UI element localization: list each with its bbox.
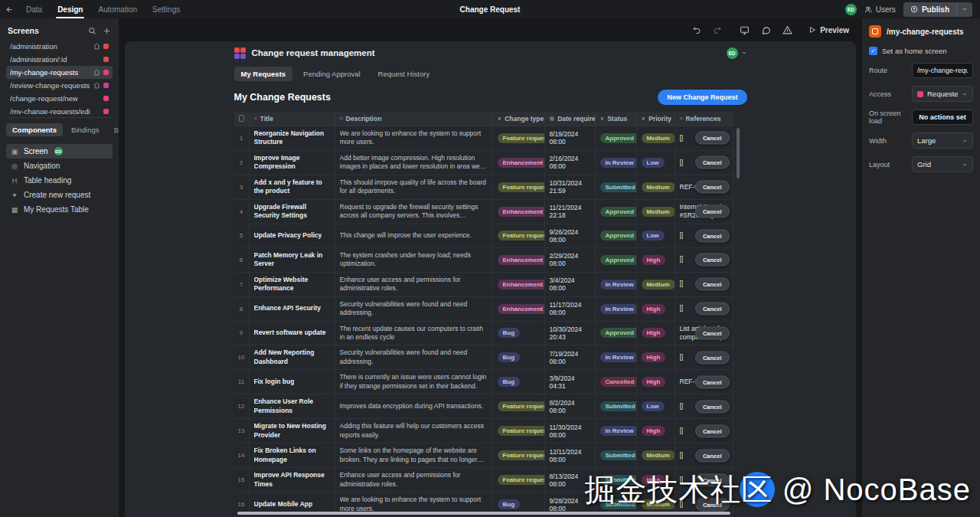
route-input[interactable] [912,63,973,78]
layout-select[interactable]: Grid [912,156,973,172]
sidebar-tab[interactable]: Bindings [65,123,105,136]
cancel-button[interactable]: Cancel [695,303,730,316]
priority-badge: Low [642,158,665,168]
horizontal-scrollbar[interactable] [237,512,730,515]
tree-item[interactable]: ▦ My Requests Table [6,202,113,217]
column-header-status[interactable]: ∨Status [596,112,637,126]
nav-tab[interactable]: Settings [145,0,188,18]
back-icon[interactable] [0,0,18,18]
table-row[interactable]: 2 Improve Image Compression Add better i… [234,151,733,175]
cancel-button[interactable]: Cancel [695,424,730,437]
nav-tab[interactable]: Data [18,0,50,18]
redo-icon[interactable] [713,25,722,34]
cell-date-required: 8/2/2024 08:00 [545,394,596,418]
column-header-references[interactable]: ≡References [675,112,733,126]
cancel-button[interactable]: Cancel [695,473,730,486]
cancel-button[interactable]: Cancel [695,326,730,339]
route-item[interactable]: /administration [6,40,113,53]
column-header-change-type[interactable]: ∨Change type [493,112,545,126]
app-tab[interactable]: Pending Approval [296,67,367,81]
cancel-button[interactable]: Cancel [695,156,730,169]
screen-icon: ▣ [10,148,19,155]
priority-badge: High [642,255,666,265]
table-row[interactable]: 8 Enhance API Security Security vulnerab… [234,297,733,322]
publish-button[interactable]: Publish [903,2,956,17]
cell-change-type: Feature request [493,175,545,199]
undo-icon[interactable] [692,25,701,34]
route-item[interactable]: /review-change-requests [6,79,113,92]
sidebar-tab[interactable]: Components [6,123,63,136]
table-row[interactable]: 11 Fix login bug There is currently an i… [234,370,733,394]
table-row[interactable]: 1 Reorganize Navigation Structure We are… [234,126,733,151]
table-row[interactable]: 5 Update Privacy Policy This change will… [234,224,733,248]
table-row[interactable]: 14 Fix Broken Links on Homepage Some lin… [234,443,733,468]
route-color-dot [103,109,109,114]
route-item[interactable]: /administration/:id [6,53,113,66]
desktop-icon[interactable] [740,25,750,35]
nav-tab[interactable]: Design [50,0,90,18]
row-number: 2 [234,151,250,175]
tree-item[interactable]: ▣ Screen ED [6,144,113,159]
app-tab[interactable]: Request History [371,67,437,81]
cancel-button[interactable]: Cancel [695,498,730,511]
cancel-button[interactable]: Cancel [695,351,730,364]
column-header-description[interactable]: ≡Description [335,112,493,126]
cancel-button[interactable]: Cancel [695,254,730,267]
table-row[interactable]: 6 Patch Memory Leak in Server The system… [234,248,733,273]
table-row[interactable]: 3 Add x and y feature to the product Thi… [234,175,733,200]
change-type-badge: Bug [498,328,521,338]
search-icon[interactable] [88,27,96,35]
column-header-title[interactable]: ≡Title [250,112,335,126]
cell-change-type: Feature request [493,443,545,467]
sidebar-title: Screens [8,26,39,35]
width-select[interactable]: Large [912,133,973,149]
route-item[interactable]: /my-change-requests [6,66,113,79]
cancel-button[interactable]: Cancel [695,278,730,291]
comment-icon[interactable] [761,25,771,35]
tree-item[interactable]: H Table heading [6,173,113,188]
add-screen-icon[interactable] [103,27,111,35]
column-header-date-required[interactable]: ▦Date required [545,112,596,126]
cell-description: Enhance user access and permissions for … [335,273,493,296]
cell-priority: Medium [637,200,675,224]
new-change-request-button[interactable]: New Change Request [658,90,746,105]
publish-dropdown-button[interactable] [956,3,972,15]
warning-icon[interactable] [782,25,792,35]
cell-date-required: 9/26/2024 08:00 [545,224,596,247]
cancel-button[interactable]: Cancel [695,229,730,242]
app-tab[interactable]: My Requests [234,67,293,81]
app-user-menu[interactable]: ED [727,47,747,59]
cell-date-required: 8/13/2024 08:00 [545,468,596,492]
user-avatar[interactable]: ED [845,4,857,15]
cancel-button[interactable]: Cancel [695,181,730,194]
table-row[interactable]: 13 Migrate to New Hosting Provider Addin… [234,419,733,443]
status-badge: Approved [600,207,637,217]
table-row[interactable]: 10 Add New Reporting Dashboard Security … [234,345,733,370]
cancel-button[interactable]: Cancel [695,132,730,145]
cell-date-required: 12/11/2024 08:00 [545,443,596,467]
table-row[interactable]: 9 Revert software update The recent upda… [234,322,733,346]
access-field-label: Access [869,90,912,98]
select-all-checkbox[interactable] [239,115,244,122]
tree-item[interactable]: ✦ Create new request [6,188,113,202]
on-screen-load-button[interactable]: No actions set [912,110,973,125]
table-row[interactable]: 7 Optimize Website Performance Enhance u… [234,273,733,297]
users-button[interactable]: Users [864,5,896,14]
table-row[interactable]: 4 Upgrade Firewall Security Settings Req… [234,200,733,224]
column-header-priority[interactable]: ∨Priority [637,112,675,126]
vertical-scrollbar[interactable] [737,128,740,178]
nav-tab[interactable]: Automation [90,0,145,18]
cancel-button[interactable]: Cancel [695,375,730,388]
table-row[interactable]: 12 Enhance User Role Permissions Improve… [234,394,733,419]
access-select[interactable]: Requester [912,86,973,102]
home-screen-checkbox[interactable]: ✓ Set as home screen [869,47,973,55]
cancel-button[interactable]: Cancel [695,205,730,218]
cancel-button[interactable]: Cancel [695,449,730,462]
route-item[interactable]: /my-change-requests/edit/:id [6,105,113,114]
tree-item[interactable]: ◎ Navigation [6,159,113,173]
preview-button[interactable]: Preview [808,26,849,34]
status-badge: In Review [600,280,637,290]
table-row[interactable]: 15 Improve API Response Times Enhance us… [234,468,733,492]
route-item[interactable]: /change-request/new [6,92,113,105]
cancel-button[interactable]: Cancel [695,400,730,413]
